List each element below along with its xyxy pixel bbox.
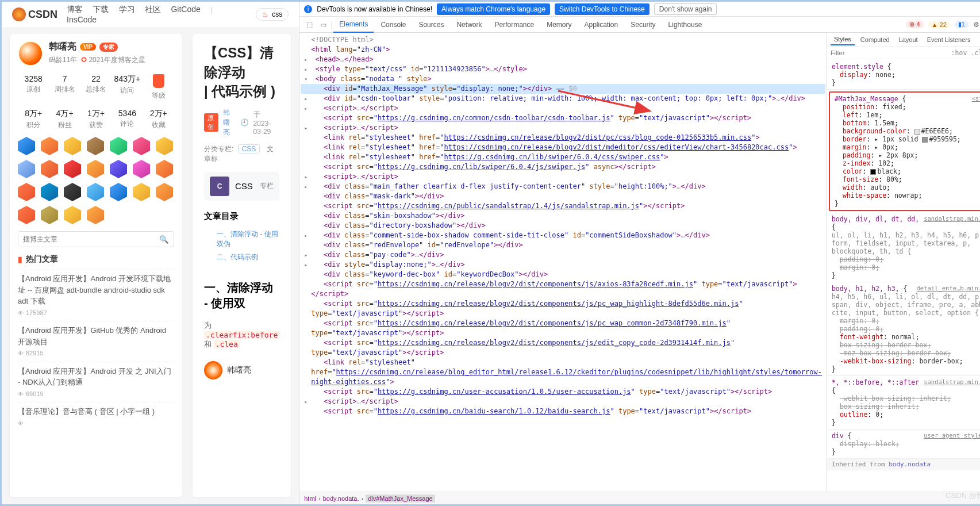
hov-toggle[interactable]: :hov [951, 49, 967, 57]
tab-console[interactable]: Console [375, 17, 412, 32]
css-rule[interactable]: sandalstrap.min.css:4body, div, dl, dt, … [827, 213, 980, 282]
badge-icon[interactable] [41, 183, 58, 201]
dom-node[interactable]: <div class="pay-code">…</div> [301, 250, 825, 260]
avatar[interactable] [18, 41, 43, 66]
css-rule[interactable]: <style>#MathJax_Message {position: fixed… [829, 91, 980, 211]
dom-node[interactable]: <script src="https://csdnimg.cn/release/… [301, 319, 825, 338]
nav-community[interactable]: 社区 [145, 5, 161, 14]
dom-node[interactable]: <style type="text/css" id="1211134923856… [301, 64, 825, 74]
badge-icon[interactable] [110, 137, 127, 155]
dom-node[interactable]: <div class="main_father clearfix d-flex … [301, 182, 825, 191]
badge-icon[interactable] [87, 206, 104, 224]
search-icon[interactable]: 🔍 [154, 232, 174, 247]
badge-icon[interactable] [41, 137, 58, 155]
styles-filter-input[interactable] [831, 49, 948, 56]
blog-search-input[interactable] [18, 232, 154, 247]
hot-article-item[interactable]: 【Android 应用开发】Android 开发 之 JNI入门 - NDK从入… [18, 362, 174, 402]
dom-node[interactable]: <div class="skin-boxshadow"></div> [301, 211, 825, 221]
dom-node[interactable]: <div class="mask-dark"></div> [301, 191, 825, 201]
btn-match-lang[interactable]: Always match Chrome's language [437, 3, 550, 15]
tab-security[interactable]: Security [625, 17, 661, 32]
dom-node[interactable]: <script src="https://g.csdnimg.cn/lib/sw… [301, 162, 825, 172]
badge-icon[interactable] [133, 137, 150, 155]
nav-learn[interactable]: 学习 [119, 5, 135, 14]
dom-node[interactable]: <script src="https://csdnimg.cn/release/… [301, 338, 825, 358]
tab-sources[interactable]: Sources [413, 17, 449, 32]
warn-count[interactable]: ▲ 22 [928, 21, 950, 28]
elements-tree[interactable]: <!DOCTYPE html><html lang="zh-CN"> <head… [299, 33, 827, 492]
badge-icon[interactable] [41, 206, 58, 224]
dom-node[interactable]: <script>…</script> [301, 103, 825, 113]
error-count[interactable]: ⊗ 4 [906, 21, 923, 28]
dom-node[interactable]: <div id="csdn-toolbar" style="position: … [301, 94, 825, 103]
dom-node[interactable]: <link rel="stylesheet" href="https://g.c… [301, 152, 825, 162]
csdn-logo[interactable]: CSDN [12, 7, 57, 21]
nav-download[interactable]: 下载 [93, 5, 109, 14]
badge-icon[interactable] [156, 183, 173, 201]
tab-performance[interactable]: Performance [489, 17, 540, 32]
badge-icon[interactable] [156, 160, 173, 178]
column-card[interactable]: C CSS 专栏 [204, 172, 279, 201]
badge-icon[interactable] [156, 137, 173, 155]
css-rule[interactable]: element.style {display: none;} [827, 60, 980, 90]
article-author[interactable]: 韩曙亮 [223, 108, 235, 137]
tab-elements[interactable]: Elements [333, 17, 374, 33]
dom-node[interactable]: <head>…</head> [301, 55, 825, 64]
nav-inscode[interactable]: InsCode [67, 15, 97, 24]
dom-node[interactable]: <div class="keyword-dec-box" id="keyword… [301, 270, 825, 279]
tab-eventlisteners[interactable]: Event Listeners [924, 34, 974, 45]
info-count[interactable]: ▮1 [955, 21, 969, 28]
dom-node[interactable]: <link rel="stylesheet" href="https://csd… [301, 358, 825, 387]
tab-styles[interactable]: Styles [831, 34, 855, 45]
dom-node[interactable]: <body class="nodata " style> [301, 74, 825, 84]
cls-toggle[interactable]: .cls [970, 49, 980, 57]
blog-search[interactable]: 🔍 [18, 231, 174, 247]
badge-icon[interactable] [110, 160, 127, 178]
badge-icon[interactable] [87, 183, 104, 201]
badge-icon[interactable] [87, 137, 104, 155]
css-rule[interactable]: user agent stylesheetdiv {display: block… [827, 430, 980, 459]
tab-application[interactable]: Application [579, 17, 624, 32]
dom-node[interactable]: <script src="https://csdnimg.cn/public/s… [301, 201, 825, 211]
badge-icon[interactable] [18, 160, 35, 178]
dom-node[interactable]: <html lang="zh-CN"> [301, 45, 825, 55]
dom-node[interactable]: <div class="redEnvelope" id="redEnvelope… [301, 240, 825, 250]
badge-icon[interactable] [41, 160, 58, 178]
dom-node[interactable]: <script>…</script> [301, 172, 825, 182]
badge-icon[interactable] [64, 137, 81, 155]
dom-node[interactable]: <script>…</script> [301, 123, 825, 133]
tab-computed[interactable]: Computed [857, 34, 893, 45]
badge-icon[interactable] [18, 183, 35, 201]
dom-node[interactable]: <link rel="stylesheet" href="https://csd… [301, 133, 825, 143]
tab-layout[interactable]: Layout [896, 34, 921, 45]
dom-node[interactable]: <script src="https://csdnimg.cn/release/… [301, 299, 825, 319]
top-search[interactable]: ♨ css [256, 8, 289, 21]
tab-lighthouse[interactable]: Lighthouse [663, 17, 708, 32]
toc-item-1[interactable]: 一、清除浮动 - 使用双伪 [204, 228, 279, 251]
badge-icon[interactable] [64, 183, 81, 201]
css-rule[interactable]: sandalstrap.min.css:4*, *::before, *::af… [827, 376, 980, 430]
badge-icon[interactable] [18, 137, 35, 155]
breadcrumb[interactable]: html › body.nodata. › div#MathJax_Messag… [299, 492, 980, 504]
hot-article-item[interactable]: 【Android 应用开发】GitHub 优秀的 Android 开源项目 82… [18, 321, 174, 362]
dom-node[interactable]: <!DOCTYPE html> [301, 35, 825, 45]
dom-node[interactable]: <link rel="stylesheet" href="https://csd… [301, 143, 825, 152]
tab-memory[interactable]: Memory [541, 17, 577, 32]
badge-icon[interactable] [133, 160, 150, 178]
dom-node[interactable]: <script>…</script> [301, 397, 825, 407]
css-rule[interactable]: detail_ente…b.min.css:1body, h1, h2, h3,… [827, 282, 980, 376]
dom-node[interactable]: <div class="comment-side-box-shadow comm… [301, 231, 825, 240]
badge-icon[interactable] [133, 183, 150, 201]
btn-dont-show[interactable]: Don't show again [654, 3, 717, 15]
badge-icon[interactable] [64, 160, 81, 178]
dom-node[interactable]: <script src="https://g.csdnimg.cn/baidu-… [301, 407, 825, 416]
author-name[interactable]: 韩曙亮 [49, 41, 76, 53]
styles-rules[interactable]: element.style {display: none;}<style>#Ma… [827, 59, 980, 492]
badge-icon[interactable] [87, 160, 104, 178]
dom-node[interactable]: <script src="https://g.csdnimg.cn/user-a… [301, 387, 825, 397]
dom-node[interactable]: <script src="https://csdnimg.cn/release/… [301, 279, 825, 299]
gear-icon[interactable]: ⚙ [973, 21, 979, 29]
device-icon[interactable]: ▭ [317, 21, 329, 29]
dom-node[interactable]: <script src="https://g.csdnimg.cn/common… [301, 113, 825, 123]
dom-node[interactable]: <div class="directory-boxshadow"></div> [301, 221, 825, 231]
